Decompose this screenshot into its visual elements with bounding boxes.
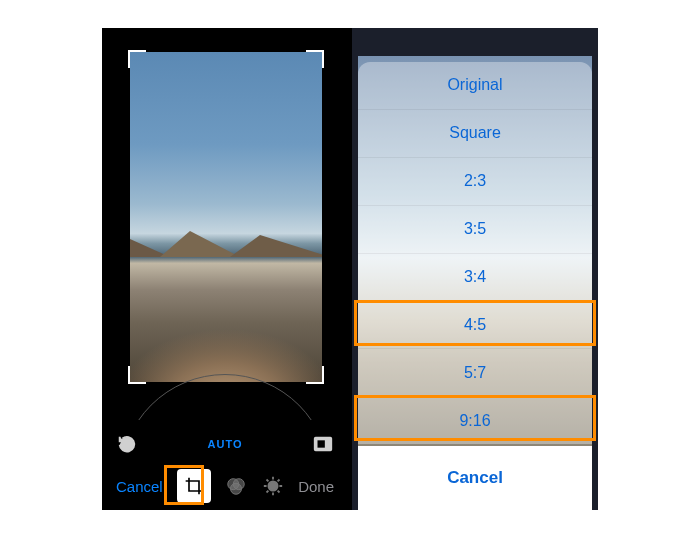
- photo-horizon-decor: [130, 224, 322, 257]
- aspect-ratio-icon[interactable]: [312, 433, 334, 455]
- aspect-ratio-list: Original Square 2:3 3:5 3:4 4:5 5:7 9:16: [358, 62, 592, 444]
- aspect-9-16[interactable]: 9:16: [358, 396, 592, 444]
- aspect-3-5[interactable]: 3:5: [358, 205, 592, 253]
- aspect-5-7[interactable]: 5:7: [358, 348, 592, 396]
- crop-editor-screen: AUTO Cancel Done: [102, 28, 350, 510]
- svg-point-5: [268, 481, 277, 490]
- aspect-ratio-sheet-screen: Original Square 2:3 3:5 3:4 4:5 5:7 9:16…: [350, 28, 598, 510]
- photo-preview: [130, 52, 322, 382]
- crop-frame[interactable]: [130, 52, 322, 382]
- aspect-3-4[interactable]: 3:4: [358, 253, 592, 301]
- crop-corner-top-right[interactable]: [306, 50, 324, 68]
- crop-tool-row: AUTO: [102, 426, 348, 462]
- sheet-cancel-button[interactable]: Cancel: [358, 452, 592, 504]
- filters-icon[interactable]: [225, 475, 247, 497]
- svg-rect-1: [318, 440, 325, 447]
- crop-corner-bottom-right[interactable]: [306, 366, 324, 384]
- rotate-icon[interactable]: [116, 433, 138, 455]
- crop-corner-top-left[interactable]: [128, 50, 146, 68]
- aspect-square[interactable]: Square: [358, 109, 592, 157]
- auto-label[interactable]: AUTO: [208, 438, 243, 450]
- aspect-4-5[interactable]: 4:5: [358, 300, 592, 348]
- cancel-button[interactable]: Cancel: [116, 478, 163, 495]
- done-button[interactable]: Done: [298, 478, 334, 495]
- svg-point-4: [231, 483, 242, 494]
- aspect-original[interactable]: Original: [358, 62, 592, 109]
- editor-bottom-bar: Cancel Done: [102, 462, 348, 510]
- crop-corner-bottom-left[interactable]: [128, 366, 146, 384]
- aspect-2-3[interactable]: 2:3: [358, 157, 592, 205]
- adjust-icon[interactable]: [262, 475, 284, 497]
- crop-tool-button[interactable]: [177, 469, 211, 503]
